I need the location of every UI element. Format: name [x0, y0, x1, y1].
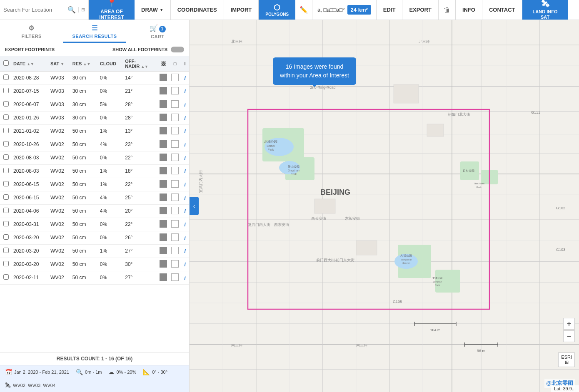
select-all-checkbox[interactable] [3, 60, 9, 66]
row-add-checkbox[interactable] [171, 100, 179, 108]
row-add-checkbox[interactable] [171, 273, 179, 281]
row-checkbox[interactable] [3, 114, 9, 120]
zoom-in-button[interactable]: + [563, 318, 575, 330]
edit-button[interactable]: EDIT [377, 0, 403, 20]
pencil-tool-button[interactable]: ✏️ [295, 0, 312, 20]
row-cloud: 0% [98, 84, 123, 98]
zoom-out-button[interactable]: − [563, 330, 575, 342]
coord-value: ā, □ā□□ā□° [317, 7, 345, 13]
row-add-checkbox[interactable] [171, 154, 179, 161]
row-add-checkbox[interactable] [171, 87, 179, 94]
col-res[interactable]: RES ▲▼ [71, 56, 98, 72]
row-info-button[interactable]: i [184, 75, 186, 81]
delete-button[interactable]: 🗑 [439, 0, 456, 20]
row-info-button[interactable]: i [184, 88, 186, 94]
row-res: 50 cm [71, 204, 98, 218]
area-interest-button[interactable]: 📍 AREA OF INTEREST [89, 0, 135, 20]
col-date[interactable]: DATE ▲▼ [12, 56, 49, 72]
row-thumbnail [160, 140, 167, 148]
row-res: 50 cm [71, 191, 98, 204]
row-info-button[interactable]: i [184, 275, 186, 281]
row-info-button[interactable]: i [184, 235, 186, 241]
row-add-checkbox[interactable] [171, 207, 179, 214]
tab-filters[interactable]: ⚙ FILTERS [0, 20, 63, 43]
col-off-nadir[interactable]: OFF-NADIR ▲▼ [123, 56, 157, 72]
polygons-button[interactable]: ⬡ POLYGONS [259, 0, 295, 20]
row-info-button[interactable]: i [184, 208, 186, 214]
tab-search-results[interactable]: ☰ SEARCH RESULTS [63, 20, 126, 43]
row-info-button[interactable]: i [184, 168, 186, 174]
row-checkbox[interactable] [3, 101, 9, 107]
row-checkbox[interactable] [3, 154, 9, 160]
row-thumbnail-cell [157, 231, 169, 244]
esri-layers-button[interactable]: ESRI ⊞ [558, 352, 575, 367]
row-checkbox-cell [0, 138, 12, 151]
import-button[interactable]: IMPORT [224, 0, 259, 20]
search-expand-icon[interactable]: ⊞ [78, 7, 85, 12]
row-add-checkbox[interactable] [171, 114, 179, 121]
row-checkbox[interactable] [3, 234, 9, 240]
row-checkbox[interactable] [3, 274, 9, 280]
col-cloud[interactable]: CLOUD [98, 56, 123, 72]
search-input[interactable] [3, 7, 66, 13]
search-icon[interactable]: 🔍 [67, 6, 76, 14]
row-info-button[interactable]: i [184, 195, 186, 201]
row-info-button[interactable]: i [184, 115, 186, 121]
row-date: 2020-03-20 [12, 244, 49, 258]
draw-button[interactable]: DRAW ▼ [135, 0, 171, 20]
row-info-button[interactable]: i [184, 181, 186, 188]
row-checkbox[interactable] [3, 128, 9, 133]
row-thumbnail [160, 194, 167, 201]
filter-bar: 📅 Jan 2, 2020 - Feb 21, 2021 🔍 0m - 1m ☁… [0, 365, 189, 392]
row-checkbox[interactable] [3, 261, 9, 266]
row-add-checkbox[interactable] [171, 247, 179, 254]
row-add-checkbox[interactable] [171, 167, 179, 174]
land-info-label: LAND INFO SAT [533, 9, 558, 20]
row-add-checkbox[interactable] [171, 233, 179, 241]
row-add-cell [169, 71, 181, 84]
row-info-button[interactable]: i [184, 261, 186, 268]
row-checkbox[interactable] [3, 88, 9, 93]
row-off-nadir: 28° [123, 111, 157, 124]
row-info-button[interactable]: i [184, 155, 186, 161]
tab-cart[interactable]: 🛒1 CART [126, 20, 189, 43]
row-add-checkbox[interactable] [171, 180, 179, 188]
row-info-button[interactable]: i [184, 141, 186, 148]
coordinates-button[interactable]: COORDINATES [171, 0, 224, 20]
row-add-checkbox[interactable] [171, 140, 179, 148]
row-info-cell: i [181, 271, 189, 284]
export-footprints-button[interactable]: EXPORT FOOTPRINTS [5, 47, 55, 52]
row-add-checkbox[interactable] [171, 74, 179, 81]
row-checkbox[interactable] [3, 248, 9, 253]
row-add-checkbox[interactable] [171, 220, 179, 228]
map-zoom-controls: + − [563, 318, 575, 342]
row-checkbox-cell [0, 218, 12, 231]
row-checkbox[interactable] [3, 74, 9, 80]
row-checkbox[interactable] [3, 208, 9, 213]
table-row: 2020-06-07 WV03 30 cm 5% 28° i [0, 98, 189, 111]
row-checkbox[interactable] [3, 221, 9, 226]
row-info-cell: i [181, 111, 189, 124]
contact-button[interactable]: CONTACT [482, 0, 522, 20]
row-date: 2020-08-03 [12, 164, 49, 178]
row-info-button[interactable]: i [184, 102, 186, 108]
col-sat[interactable]: SAT ▼ [49, 56, 71, 72]
row-cloud: 5% [98, 98, 123, 111]
row-info-button[interactable]: i [184, 221, 186, 228]
land-info-sat-button[interactable]: 🛰 LAND INFO SAT [522, 0, 568, 20]
row-add-cell [169, 258, 181, 271]
row-add-checkbox[interactable] [171, 127, 179, 134]
export-button[interactable]: EXPORT [402, 0, 438, 20]
row-checkbox[interactable] [3, 181, 9, 186]
row-add-checkbox[interactable] [171, 260, 179, 268]
row-checkbox[interactable] [3, 194, 9, 200]
row-info-button[interactable]: i [184, 128, 186, 134]
row-add-checkbox[interactable] [171, 194, 179, 201]
show-all-footprints-button[interactable]: SHOW ALL FOOTPRINTS [112, 47, 167, 52]
info-button[interactable]: INFO [456, 0, 482, 20]
collapse-sidebar-button[interactable]: ‹ [190, 197, 199, 215]
row-checkbox[interactable] [3, 141, 9, 146]
row-checkbox[interactable] [3, 168, 9, 173]
show-all-toggle[interactable] [171, 47, 184, 52]
row-info-button[interactable]: i [184, 248, 186, 254]
